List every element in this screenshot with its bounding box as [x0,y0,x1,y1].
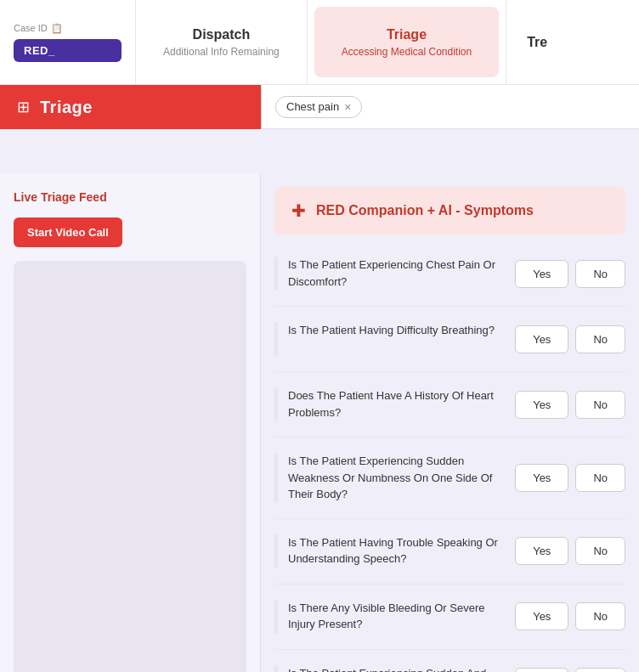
question-buttons: Yes No [515,537,625,565]
no-button[interactable]: No [575,537,625,565]
question-buttons: Yes No [515,391,625,419]
question-buttons: Yes No [515,602,625,630]
question-bar [274,387,278,421]
question-bar [274,322,278,356]
ai-title: RED Companion + AI - Symptoms [316,203,534,218]
question-buttons: Yes No [515,464,625,492]
start-video-button[interactable]: Start Video Call [14,217,122,247]
tab-dispatch-label: Dispatch [193,27,251,42]
question-buttons: Yes No [515,325,625,353]
question-text: Is The Patient Experiencing Sudden And S… [288,665,501,673]
question-text: Is The Patient Having Trouble Speaking O… [288,534,501,568]
question-bar [274,600,278,634]
chip-text: Chest pain [286,100,339,113]
tab-dispatch[interactable]: Dispatch Additional Info Remaining [136,0,308,84]
ai-icon: ✚ [291,200,306,221]
yes-button[interactable]: Yes [515,391,568,419]
header: Case ID 📋 RED_ Dispatch Additional Info … [0,0,639,85]
triage-icon: ⊞ [17,98,30,116]
table-row: Is The Patient Experiencing Sudden Weakn… [274,438,625,519]
table-row: Is The Patient Experiencing Sudden And S… [274,650,625,673]
table-row: Is The Patient Having Difficulty Breathi… [274,307,625,372]
no-button[interactable]: No [575,260,625,288]
yes-button[interactable]: Yes [515,260,568,288]
question-text: Is There Any Visible Bleeding Or Severe … [288,600,501,633]
question-bar [274,257,278,291]
question-text: Is The Patient Experiencing Sudden Weakn… [288,453,501,503]
no-button[interactable]: No [575,391,625,419]
question-bar [274,665,278,673]
yes-button[interactable]: Yes [515,602,568,630]
case-id-label: Case ID 📋 [14,23,122,34]
no-button[interactable]: No [575,325,625,353]
triage-bar: ⊞ Triage [0,85,261,129]
questions-list: Is The Patient Experiencing Chest Pain O… [261,234,639,672]
yes-button[interactable]: Yes [515,537,568,565]
tab-triage-label: Triage [387,27,427,42]
table-row: Does The Patient Have A History Of Heart… [274,372,625,438]
chest-pain-chip[interactable]: Chest pain × [275,96,362,118]
chip-close-icon[interactable]: × [344,100,351,114]
yes-button[interactable]: Yes [515,464,568,492]
main-layout: Live Triage Feed Start Video Call ✚ RED … [0,173,639,672]
tabs-section: Dispatch Additional Info Remaining Triag… [136,0,639,84]
case-id-value: RED_ [14,39,122,62]
triage-bar-title: Triage [40,98,93,117]
question-text: Is The Patient Having Difficulty Breathi… [288,322,501,339]
live-feed-label: Live Triage Feed [14,190,246,204]
video-area [14,261,246,672]
copy-icon[interactable]: 📋 [51,23,63,34]
table-row: Is The Patient Experiencing Chest Pain O… [274,241,625,307]
question-text: Is The Patient Experiencing Chest Pain O… [288,257,501,290]
ai-header: ✚ RED Companion + AI - Symptoms [274,187,625,234]
no-button[interactable]: No [575,668,625,672]
table-row: Is The Patient Having Trouble Speaking O… [274,519,625,584]
left-panel: Live Triage Feed Start Video Call [0,173,261,672]
question-buttons: Yes No [515,260,625,288]
case-id-section: Case ID 📋 RED_ [0,0,136,84]
search-chip-area[interactable]: Chest pain × [261,85,639,128]
tab-triage[interactable]: Triage Accessing Medical Condition [314,7,499,77]
question-bar [274,534,278,568]
second-row: ⊞ Triage Chest pain × [0,85,639,129]
question-text: Does The Patient Have A History Of Heart… [288,387,501,421]
question-buttons: Yes No [515,668,625,672]
no-button[interactable]: No [575,602,625,630]
tab-triage-sublabel: Accessing Medical Condition [342,46,472,58]
no-button[interactable]: No [575,464,625,492]
yes-button[interactable]: Yes [515,325,568,353]
tab-dispatch-sublabel: Additional Info Remaining [163,46,280,58]
question-bar [274,453,278,503]
tab-tre[interactable]: Tre [506,0,568,84]
right-panel: ✚ RED Companion + AI - Symptoms Is The P… [261,173,639,672]
yes-button[interactable]: Yes [515,668,568,672]
table-row: Is There Any Visible Bleeding Or Severe … [274,584,625,650]
